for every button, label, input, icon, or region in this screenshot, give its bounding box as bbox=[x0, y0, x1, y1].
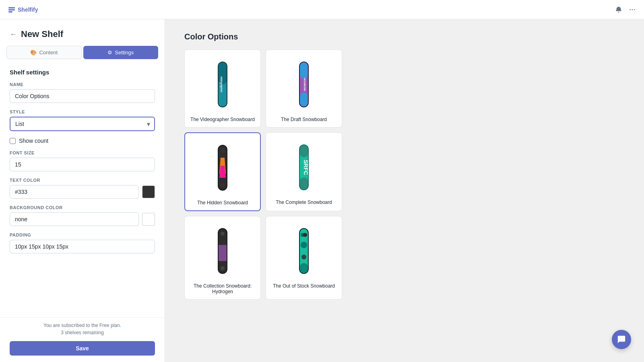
svg-text:videgrapher: videgrapher bbox=[220, 76, 223, 93]
svg-rect-37 bbox=[300, 263, 308, 273]
svg-point-36 bbox=[301, 255, 306, 259]
top-bar-left: Shelfify bbox=[8, 6, 38, 13]
snowboard-svg-5 bbox=[211, 225, 235, 277]
svg-point-20 bbox=[220, 183, 225, 187]
bell-icon[interactable] bbox=[615, 6, 622, 13]
save-button[interactable]: Save bbox=[10, 341, 155, 356]
snowboard-svg-6 bbox=[292, 225, 316, 277]
tab-settings[interactable]: ⚙ Settings bbox=[83, 46, 159, 59]
product-image-3 bbox=[206, 140, 239, 196]
product-name-1: The Videographer Snowboard bbox=[190, 117, 255, 122]
svg-rect-28 bbox=[219, 245, 227, 261]
chat-icon bbox=[617, 335, 626, 344]
name-label: NAME bbox=[10, 82, 155, 87]
text-color-label: TEXT COLOR bbox=[10, 178, 155, 183]
section-title: Shelf settings bbox=[10, 69, 155, 76]
style-select-wrapper: List Grid Carousel ▾ bbox=[10, 117, 155, 131]
svg-point-5 bbox=[634, 9, 635, 10]
logo-text: Shelfify bbox=[18, 6, 38, 13]
text-color-field-group: TEXT COLOR bbox=[10, 178, 155, 199]
style-field-group: STYLE List Grid Carousel ▾ bbox=[10, 109, 155, 131]
show-count-row: Show count bbox=[10, 138, 155, 144]
product-card-2[interactable]: HIGHMORE The Draft Snowboard bbox=[266, 49, 342, 128]
product-card-5[interactable]: The Collection Snowboard: Hydrogen bbox=[184, 216, 261, 300]
font-size-field-group: FONT SIZE bbox=[10, 150, 155, 171]
settings-tab-label: Settings bbox=[115, 49, 134, 56]
product-name-6: The Out of Stock Snowboard bbox=[273, 283, 335, 289]
top-bar-right bbox=[615, 6, 636, 13]
font-size-input[interactable] bbox=[10, 158, 155, 171]
product-name-4: The Complete Snowboard bbox=[276, 200, 332, 205]
product-card-6[interactable]: The Out of Stock Snowboard bbox=[266, 216, 342, 300]
padding-field-group: PADDING bbox=[10, 232, 155, 253]
svg-point-29 bbox=[221, 232, 225, 236]
name-input[interactable] bbox=[10, 89, 155, 103]
sidebar-footer: You are subscribed to the Free plan. 3 s… bbox=[0, 317, 165, 362]
svg-rect-24 bbox=[300, 145, 308, 157]
sidebar-body: Shelf settings NAME STYLE List Grid Caro… bbox=[0, 62, 165, 317]
back-button[interactable]: ← bbox=[10, 30, 17, 39]
snowboard-svg-1: videgrapher bbox=[211, 58, 235, 111]
bg-color-label: BACKGROUND COLOR bbox=[10, 205, 155, 210]
product-card-3[interactable]: The Hidden Snowboard bbox=[184, 132, 261, 211]
tab-content[interactable]: 🎨 Content bbox=[6, 46, 82, 59]
page-title: New Shelf bbox=[21, 29, 63, 39]
sidebar-header: ← New Shelf bbox=[0, 19, 165, 46]
text-color-swatch[interactable] bbox=[142, 185, 155, 198]
bg-color-row bbox=[10, 212, 155, 226]
style-label: STYLE bbox=[10, 109, 155, 114]
app-container: Shelfify ← New Shelf 🎨 Co bbox=[0, 0, 644, 362]
show-count-checkbox[interactable] bbox=[10, 138, 16, 144]
snowboard-svg-2: HIGHMORE bbox=[292, 58, 316, 111]
subscription-line1: You are subscribed to the Free plan. bbox=[10, 323, 155, 328]
svg-rect-1 bbox=[8, 9, 15, 10]
svg-point-4 bbox=[632, 9, 633, 10]
text-color-input[interactable] bbox=[10, 185, 139, 199]
top-bar: Shelfify bbox=[0, 0, 644, 19]
product-card-1[interactable]: videgrapher The Videographer Snowboard bbox=[184, 49, 261, 128]
product-image-2: HIGHMORE bbox=[288, 56, 320, 113]
svg-rect-13 bbox=[300, 93, 308, 107]
bg-color-input[interactable] bbox=[10, 212, 139, 226]
sidebar: ← New Shelf 🎨 Content ⚙ Settings Shelf s… bbox=[0, 19, 165, 362]
name-field-group: NAME bbox=[10, 82, 155, 103]
svg-text:SRFC: SRFC bbox=[303, 160, 309, 175]
panel-title: Color Options bbox=[184, 32, 625, 41]
product-image-4: SRFC bbox=[288, 139, 320, 195]
svg-rect-2 bbox=[8, 11, 12, 12]
snowboard-svg-4: SRFC bbox=[292, 141, 316, 193]
svg-rect-12 bbox=[300, 62, 308, 78]
product-name-2: The Draft Snowboard bbox=[281, 117, 327, 122]
more-dots-icon[interactable] bbox=[629, 6, 636, 13]
subscription-line2: 3 shelves remaining bbox=[10, 330, 155, 335]
svg-rect-0 bbox=[8, 7, 15, 8]
settings-tab-icon: ⚙ bbox=[107, 49, 112, 56]
svg-point-35 bbox=[301, 242, 307, 248]
app-logo: Shelfify bbox=[8, 6, 38, 13]
logo-icon bbox=[8, 6, 15, 13]
text-color-row bbox=[10, 185, 155, 199]
product-image-6 bbox=[288, 223, 320, 279]
main-content: ← New Shelf 🎨 Content ⚙ Settings Shelf s… bbox=[0, 19, 644, 362]
snowboard-svg-3 bbox=[211, 142, 235, 194]
bg-color-field-group: BACKGROUND COLOR bbox=[10, 205, 155, 226]
product-name-5: The Collection Snowboard: Hydrogen bbox=[190, 283, 256, 294]
chat-button[interactable] bbox=[612, 330, 631, 349]
product-image-1: videgrapher bbox=[206, 56, 239, 113]
svg-point-30 bbox=[221, 266, 225, 270]
tabs-row: 🎨 Content ⚙ Settings bbox=[0, 46, 165, 59]
products-grid: videgrapher The Videographer Snowboard H bbox=[184, 49, 625, 300]
product-card-4[interactable]: SRFC The Complete Snowboard bbox=[266, 132, 342, 211]
svg-point-34 bbox=[303, 233, 307, 237]
padding-input[interactable] bbox=[10, 240, 155, 253]
content-tab-label: Content bbox=[39, 49, 58, 56]
font-size-label: FONT SIZE bbox=[10, 150, 155, 155]
padding-label: PADDING bbox=[10, 232, 155, 237]
product-image-5 bbox=[206, 223, 239, 279]
main-panel: Color Options videgrapher The Videograph… bbox=[165, 19, 644, 362]
bg-color-swatch[interactable] bbox=[142, 213, 155, 226]
style-select[interactable]: List Grid Carousel bbox=[10, 117, 155, 131]
svg-text:HIGHMORE: HIGHMORE bbox=[303, 78, 306, 91]
svg-rect-25 bbox=[300, 177, 308, 189]
content-tab-icon: 🎨 bbox=[30, 49, 37, 56]
